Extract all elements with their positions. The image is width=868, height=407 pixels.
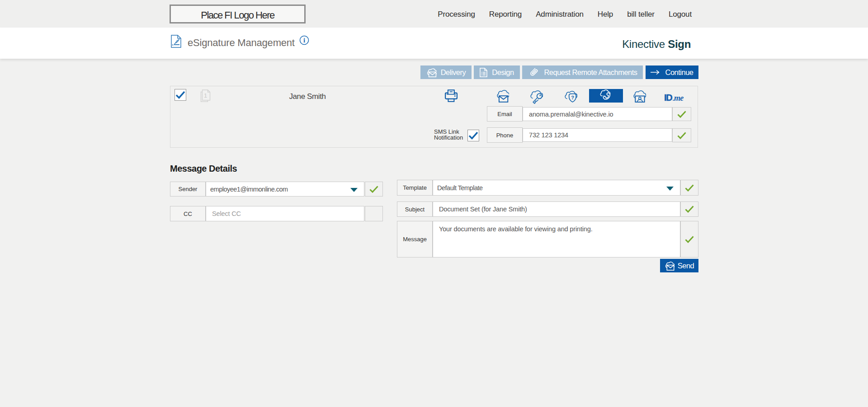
svg-text:1: 1 [204,92,207,99]
svg-text:i: i [303,37,305,44]
svg-text:?: ? [571,95,574,100]
